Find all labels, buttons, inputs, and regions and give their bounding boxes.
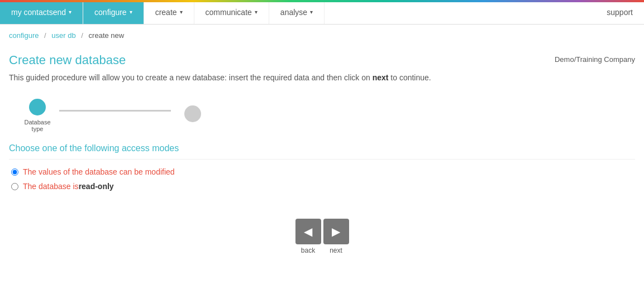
radio-item-modifiable[interactable]: The values of the database can be modifi… xyxy=(11,167,633,176)
breadcrumb-sep-2: / xyxy=(81,31,83,40)
radio-readonly[interactable] xyxy=(11,183,18,190)
nav-label-my-contactsend: my contactsend xyxy=(11,8,66,17)
breadcrumb-configure[interactable]: configure xyxy=(9,31,39,40)
nav-support[interactable]: support xyxy=(595,0,644,24)
breadcrumb-current: create new xyxy=(89,31,125,40)
main-content: Create new database This guided procedur… xyxy=(0,44,644,266)
page-description: This guided procedure will allow you to … xyxy=(9,73,635,82)
nav-label-create: create xyxy=(155,8,177,17)
next-label: next xyxy=(323,247,349,254)
radio-label-modifiable: The values of the database can be modifi… xyxy=(23,167,175,176)
nav-label-analyse: analyse xyxy=(280,8,307,17)
radio-modifiable[interactable] xyxy=(11,168,18,176)
step-1-label: Databasetype xyxy=(18,119,57,132)
nav-item-analyse[interactable]: analyse ▾ xyxy=(269,0,325,24)
next-button[interactable]: ▶ xyxy=(323,219,349,244)
button-group: ◀ ▶ xyxy=(295,219,349,244)
button-labels: back next xyxy=(295,247,349,254)
nav-label-communicate: communicate xyxy=(206,8,252,17)
radio-group: The values of the database can be modifi… xyxy=(9,167,635,191)
nav-arrow-create: ▾ xyxy=(180,9,183,15)
step-1-circle xyxy=(29,99,46,115)
nav-item-configure[interactable]: my contactsend ▾ xyxy=(0,0,83,24)
nav-arrow-communicate: ▾ xyxy=(255,9,257,15)
step-2-circle xyxy=(184,105,201,122)
back-button[interactable]: ◀ xyxy=(295,219,321,244)
navbar: my contactsend ▾ configure ▾ create ▾ co… xyxy=(0,0,644,25)
breadcrumb: configure / user db / create new xyxy=(0,25,644,44)
radio-label-readonly-start: The database is xyxy=(23,182,79,191)
breadcrumb-sep-1: / xyxy=(44,31,46,40)
nav-arrow-configure: ▾ xyxy=(130,9,132,15)
step-line-1 xyxy=(59,110,171,112)
desc-bold: next xyxy=(373,73,389,82)
breadcrumb-user-db[interactable]: user db xyxy=(51,31,75,40)
access-section: Choose one of the following access modes… xyxy=(9,143,635,191)
step-2 xyxy=(173,105,212,126)
nav-item-configure-active[interactable]: configure ▾ xyxy=(83,0,144,24)
nav-item-create[interactable]: create ▾ xyxy=(144,0,194,24)
stepper: Databasetype xyxy=(9,93,635,143)
section-title: Choose one of the following access modes xyxy=(9,143,635,160)
nav-support-label: support xyxy=(607,8,633,17)
nav-arrow-my-contactsend: ▾ xyxy=(69,9,71,15)
radio-item-readonly[interactable]: The database is read-only xyxy=(11,182,633,191)
company-name: Demo/Training Company xyxy=(555,55,635,64)
radio-label-readonly-bold: read-only xyxy=(79,182,114,191)
step-1: Databasetype xyxy=(18,99,57,132)
nav-arrow-analyse: ▾ xyxy=(310,9,313,15)
back-label: back xyxy=(295,247,321,254)
desc-start: This guided procedure will allow you to … xyxy=(9,73,373,82)
button-row: ◀ ▶ back next xyxy=(9,219,635,266)
nav-label-configure: configure xyxy=(94,8,127,17)
page-title: Create new database xyxy=(9,53,635,67)
nav-item-communicate[interactable]: communicate ▾ xyxy=(194,0,269,24)
desc-end: to continue. xyxy=(388,73,431,82)
